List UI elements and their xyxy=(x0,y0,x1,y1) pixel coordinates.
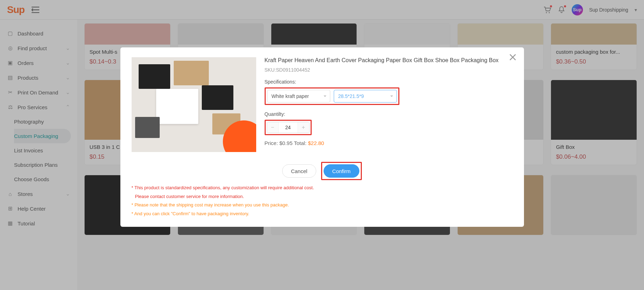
quantity-stepper: − + xyxy=(267,122,310,133)
note-line: Please contact customer service for more… xyxy=(132,192,513,201)
cancel-button[interactable]: Cancel xyxy=(282,164,316,178)
price-line: Price: $0.95 Total: $22.80 xyxy=(265,140,513,146)
close-icon[interactable] xyxy=(509,54,516,61)
modal-product-image xyxy=(132,57,256,152)
qty-input[interactable] xyxy=(278,122,298,133)
spec-material-select[interactable]: White kraft paper xyxy=(267,90,330,103)
product-modal: Kraft Paper Heaven And Earth Cover Packa… xyxy=(120,47,524,227)
modal-notes: * This product is standardized specifica… xyxy=(132,184,513,218)
modal-info: Kraft Paper Heaven And Earth Cover Packa… xyxy=(265,57,513,152)
note-line: * And you can click "Confirm" to have pa… xyxy=(132,210,513,218)
spec-label: Specifications: xyxy=(265,79,513,85)
note-line: * Please note that the shipping cost may… xyxy=(132,201,513,210)
modal-product-title: Kraft Paper Heaven And Earth Cover Packa… xyxy=(265,57,513,64)
confirm-button[interactable]: Confirm xyxy=(324,164,360,178)
spec-size-select[interactable]: 28.5*21.5*9 xyxy=(334,90,397,103)
modal-body: Kraft Paper Heaven And Earth Cover Packa… xyxy=(132,57,513,152)
modal-actions: Cancel Confirm xyxy=(132,162,513,180)
qty-increase-button[interactable]: + xyxy=(298,122,309,133)
select-value: 28.5*21.5*9 xyxy=(338,93,364,99)
qty-highlight: − + xyxy=(265,120,312,135)
select-value: White kraft paper xyxy=(272,93,309,99)
price-total: $22.80 xyxy=(308,140,324,146)
confirm-highlight: Confirm xyxy=(321,162,362,180)
qty-label: Quantilty: xyxy=(265,111,513,117)
note-line: * This product is standardized specifica… xyxy=(132,184,513,192)
qty-decrease-button[interactable]: − xyxy=(267,122,278,133)
modal-overlay[interactable]: Kraft Paper Heaven And Earth Cover Packa… xyxy=(0,0,644,290)
modal-sku: SKU:SD0911004452 xyxy=(265,67,513,73)
spec-row-highlight: White kraft paper 28.5*21.5*9 xyxy=(265,87,399,105)
